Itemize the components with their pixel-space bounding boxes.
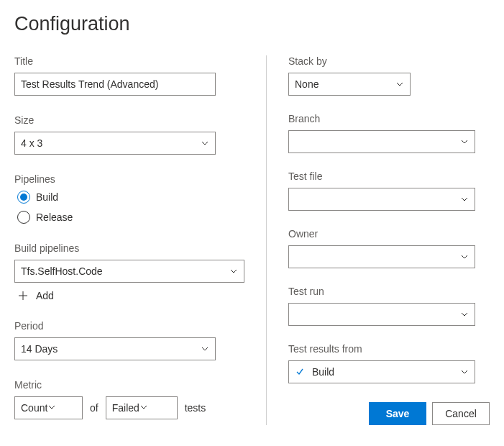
left-column: Title Size 4 x 3 Pipelines Build bbox=[14, 55, 266, 425]
save-button[interactable]: Save bbox=[369, 402, 426, 425]
testrun-label: Test run bbox=[288, 286, 490, 297]
metric-second-value: Failed bbox=[112, 402, 139, 414]
add-pipeline-button[interactable]: Add bbox=[14, 290, 244, 301]
chevron-down-icon bbox=[395, 80, 404, 88]
stackby-label: Stack by bbox=[288, 55, 490, 67]
build-pipelines-select[interactable]: Tfs.SelfHost.Code bbox=[14, 260, 244, 283]
chevron-down-icon bbox=[201, 345, 209, 353]
radio-label: Release bbox=[36, 211, 73, 223]
size-value: 4 x 3 bbox=[21, 137, 201, 149]
build-pipelines-label: Build pipelines bbox=[14, 242, 244, 254]
owner-label: Owner bbox=[288, 228, 490, 240]
testfile-select[interactable] bbox=[288, 188, 475, 211]
chevron-down-icon bbox=[460, 310, 469, 319]
resultsfrom-label: Test results from bbox=[288, 343, 490, 355]
chevron-down-icon bbox=[229, 267, 238, 276]
testrun-select[interactable] bbox=[288, 303, 475, 326]
size-select[interactable]: 4 x 3 bbox=[14, 132, 216, 155]
chevron-down-icon bbox=[460, 252, 469, 261]
branch-select[interactable] bbox=[288, 130, 475, 153]
right-column: Stack by None Branch Test file bbox=[266, 55, 490, 425]
chevron-down-icon bbox=[460, 195, 469, 204]
metric-first-value: Count bbox=[21, 402, 47, 414]
period-value: 14 Days bbox=[21, 343, 201, 355]
branch-label: Branch bbox=[288, 113, 490, 124]
metric-first-select[interactable]: Count bbox=[14, 396, 83, 419]
metric-of-text: of bbox=[90, 402, 98, 414]
period-select[interactable]: 14 Days bbox=[14, 337, 216, 360]
title-label: Title bbox=[14, 55, 244, 67]
chevron-down-icon bbox=[201, 139, 209, 147]
pipelines-label: Pipelines bbox=[14, 173, 244, 185]
stackby-value: None bbox=[295, 78, 395, 90]
add-label: Add bbox=[36, 290, 54, 301]
plus-icon bbox=[17, 290, 29, 301]
build-pipelines-value: Tfs.SelfHost.Code bbox=[21, 265, 229, 277]
size-label: Size bbox=[14, 114, 244, 126]
chevron-down-icon bbox=[460, 137, 469, 146]
resultsfrom-value: Build bbox=[312, 366, 334, 378]
metric-second-select[interactable]: Failed bbox=[106, 396, 178, 419]
testfile-label: Test file bbox=[288, 170, 490, 182]
radio-label: Build bbox=[36, 191, 58, 203]
chevron-down-icon bbox=[460, 368, 469, 376]
resultsfrom-select[interactable]: Build bbox=[288, 360, 475, 383]
pipeline-option-release[interactable]: Release bbox=[14, 211, 244, 224]
owner-select[interactable] bbox=[288, 245, 475, 268]
period-label: Period bbox=[14, 320, 244, 332]
page-title: Configuration bbox=[14, 13, 490, 35]
radio-icon bbox=[17, 211, 30, 224]
check-icon bbox=[295, 368, 305, 376]
radio-icon bbox=[17, 191, 30, 204]
metric-label: Metric bbox=[14, 379, 244, 391]
chevron-down-icon bbox=[47, 402, 56, 414]
pipeline-option-build[interactable]: Build bbox=[14, 191, 244, 204]
metric-suffix-text: tests bbox=[185, 402, 206, 414]
title-input[interactable] bbox=[14, 73, 216, 96]
cancel-button[interactable]: Cancel bbox=[432, 402, 490, 425]
stackby-select[interactable]: None bbox=[288, 73, 411, 96]
chevron-down-icon bbox=[139, 402, 148, 414]
